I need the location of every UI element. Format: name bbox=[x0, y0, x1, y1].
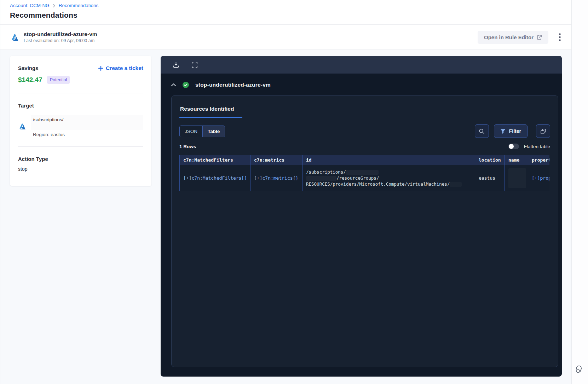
redacted-block bbox=[508, 168, 526, 188]
cell-location: eastus bbox=[475, 165, 505, 191]
results-panel: stop-underutilized-azure-vm Resources Id… bbox=[161, 56, 562, 377]
check-circle-icon bbox=[182, 81, 189, 88]
flatten-label: Flatten table bbox=[524, 144, 550, 149]
view-toggle-json[interactable]: JSON bbox=[180, 126, 202, 137]
breadcrumb-current-link[interactable]: Recommendations bbox=[59, 3, 99, 8]
page: Account: CCM-NG Recommendations Recommen… bbox=[0, 0, 588, 384]
potential-badge: Potential bbox=[47, 76, 70, 84]
view-toggle-table[interactable]: Table bbox=[202, 126, 225, 137]
collapse-row: stop-underutilized-azure-vm bbox=[161, 74, 562, 95]
savings-card: Savings $142.47 Potential Create a ticke… bbox=[10, 56, 151, 186]
action-type-value: stop bbox=[18, 166, 143, 172]
action-type-label: Action Type bbox=[18, 156, 143, 162]
filter-icon bbox=[500, 129, 506, 134]
target-path: /subscriptions/ bbox=[33, 117, 63, 122]
savings-label: Savings bbox=[18, 65, 98, 71]
chevron-up-icon[interactable] bbox=[171, 83, 176, 87]
resources-table: c7n:MatchedFilters c7n:metrics id locati… bbox=[179, 155, 549, 191]
col-name: name bbox=[505, 155, 528, 165]
cell-matched-filters: [+]c7n:MatchedFilters[] bbox=[180, 165, 250, 191]
external-link-icon bbox=[537, 35, 542, 40]
divider bbox=[18, 146, 143, 147]
chat-help-icon[interactable] bbox=[575, 365, 584, 374]
cell-name bbox=[505, 165, 528, 191]
plus-icon bbox=[98, 66, 103, 71]
col-location: location bbox=[475, 155, 505, 165]
main-column: Account: CCM-NG Recommendations Recommen… bbox=[0, 0, 572, 384]
breadcrumb-account-link[interactable]: Account: CCM-NG bbox=[10, 3, 50, 8]
fullscreen-icon[interactable] bbox=[191, 62, 198, 68]
rows-count: 1 Rows bbox=[179, 144, 196, 149]
table-row: [+]c7n:MatchedFilters[] [+]c7n:metrics{}… bbox=[180, 165, 550, 191]
expand-properties[interactable]: [+]prop bbox=[532, 175, 549, 181]
recommendation-subtitle: Last evaluated on: 09 Apr, 06:00 am bbox=[24, 38, 97, 43]
search-icon bbox=[479, 128, 485, 134]
cell-metrics: [+]c7n:metrics{} bbox=[250, 165, 302, 191]
view-toggle: JSON Table bbox=[179, 126, 225, 137]
open-rule-editor-button[interactable]: Open in Rule Editor bbox=[478, 31, 548, 44]
col-properties: propert bbox=[528, 155, 550, 165]
resources-identified-panel: Resources Identified JSON Table bbox=[171, 95, 558, 367]
download-icon[interactable] bbox=[173, 62, 179, 68]
target-row: /subscriptions/ Region: eastus bbox=[18, 115, 143, 137]
azure-icon bbox=[18, 122, 27, 130]
copy-button[interactable] bbox=[536, 124, 550, 138]
search-button[interactable] bbox=[475, 124, 489, 138]
chevron-right-icon bbox=[52, 4, 56, 7]
recommendation-title: stop-underutilized-azure-vm bbox=[24, 31, 97, 37]
table-header-row: c7n:MatchedFilters c7n:metrics id locati… bbox=[180, 155, 550, 165]
recommendation-identity: stop-underutilized-azure-vm Last evaluat… bbox=[10, 31, 97, 43]
results-panel-title: stop-underutilized-azure-vm bbox=[195, 82, 271, 88]
flatten-toggle[interactable] bbox=[508, 144, 519, 149]
target-path-redacted: /subscriptions/ bbox=[31, 115, 143, 130]
page-title: Recommendations bbox=[10, 11, 571, 19]
redacted-block bbox=[346, 170, 379, 175]
azure-icon bbox=[10, 33, 19, 42]
rows-row: 1 Rows Flatten table bbox=[179, 144, 550, 149]
cell-id: /subscriptions/ /resourceGroups/ RESOURC… bbox=[302, 165, 475, 191]
copy-icon bbox=[540, 128, 546, 134]
redacted-block bbox=[450, 182, 462, 187]
col-id: id bbox=[302, 155, 475, 165]
flatten-control: Flatten table bbox=[508, 144, 550, 149]
content-area: Savings $142.47 Potential Create a ticke… bbox=[0, 50, 571, 384]
redacted-block bbox=[306, 176, 336, 181]
kebab-menu-icon[interactable] bbox=[558, 32, 562, 42]
resources-table-wrap[interactable]: c7n:MatchedFilters c7n:metrics id locati… bbox=[179, 155, 549, 191]
savings-amount: $142.47 bbox=[18, 76, 42, 84]
target-label: Target bbox=[18, 103, 143, 109]
expand-matched-filters[interactable]: [+]c7n:MatchedFilters[] bbox=[183, 175, 247, 181]
table-controls: JSON Table bbox=[179, 124, 550, 138]
target-block: /subscriptions/ Region: eastus bbox=[31, 115, 143, 137]
cell-properties: [+]prop bbox=[528, 165, 550, 191]
id-value: /subscriptions/ /resourceGroups/ RESOURC… bbox=[306, 169, 471, 187]
right-rail bbox=[572, 0, 588, 384]
results-toolbar bbox=[161, 56, 562, 74]
recommendation-header: stop-underutilized-azure-vm Last evaluat… bbox=[0, 25, 571, 50]
divider bbox=[18, 93, 143, 93]
target-region: Region: eastus bbox=[31, 132, 143, 137]
recommendation-titles: stop-underutilized-azure-vm Last evaluat… bbox=[24, 31, 97, 43]
create-ticket-button[interactable]: Create a ticket bbox=[98, 65, 143, 71]
topbar: Account: CCM-NG Recommendations Recommen… bbox=[0, 0, 571, 25]
tab-resources-identified[interactable]: Resources Identified bbox=[179, 103, 242, 118]
breadcrumb: Account: CCM-NG Recommendations bbox=[10, 3, 571, 8]
expand-metrics[interactable]: [+]c7n:metrics{} bbox=[254, 175, 298, 181]
filter-button[interactable]: Filter bbox=[494, 124, 528, 138]
col-metrics: c7n:metrics bbox=[250, 155, 302, 165]
col-matched-filters: c7n:MatchedFilters bbox=[180, 155, 250, 165]
